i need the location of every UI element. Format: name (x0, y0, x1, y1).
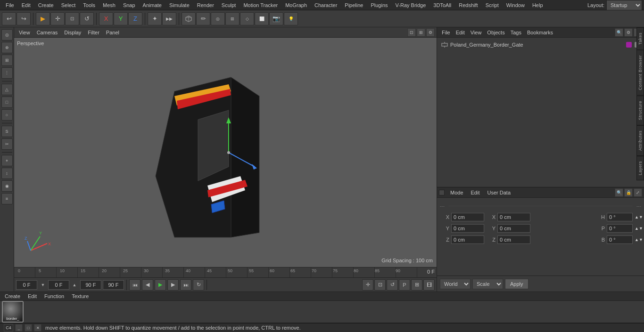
om-tags-btn[interactable]: Tags (508, 29, 524, 36)
timeline[interactable]: 0 5 10 15 20 25 30 35 40 45 50 55 60 65 … (14, 267, 437, 277)
attr-x-input[interactable] (451, 213, 484, 221)
apply-button[interactable]: Apply (505, 279, 528, 289)
vp-view-menu[interactable]: View (16, 29, 33, 36)
tab-structure[interactable]: Structure (636, 96, 644, 125)
deform-button[interactable]: ◇ (240, 12, 254, 25)
menu-vray[interactable]: V-Ray Bridge (392, 1, 430, 9)
left-tool-2[interactable]: ○ (1, 109, 13, 121)
tab-attributes[interactable]: Attributes (636, 125, 644, 156)
axis-z-button[interactable]: Z (128, 12, 142, 25)
attr-b-spin[interactable]: ▲▼ (635, 237, 641, 242)
menu-redshift[interactable]: Redshift (455, 1, 481, 9)
menu-help[interactable]: Help (528, 1, 547, 9)
menu-script[interactable]: Script (482, 1, 503, 9)
render-pb-button[interactable]: 🎞 (423, 279, 435, 291)
vp-filter-menu[interactable]: Filter (85, 29, 102, 36)
light-button[interactable]: 💡 (284, 12, 298, 25)
mat-function-btn[interactable]: Function (41, 293, 67, 300)
step-back-button[interactable]: ◀ (142, 279, 153, 291)
axis-y-button[interactable]: Y (114, 12, 128, 25)
scale-pb-button[interactable]: ⊡ (374, 279, 386, 291)
menu-mesh[interactable]: Mesh (99, 1, 119, 9)
frame-end-input[interactable] (80, 280, 101, 290)
tab-content-browser[interactable]: Content Browser (636, 50, 644, 96)
vp-display-menu[interactable]: Display (61, 29, 84, 36)
left-mode-1[interactable]: ⊕ (1, 42, 13, 53)
new-object-button[interactable]: ✦ (148, 12, 162, 25)
rotate-pb-button[interactable]: ↺ (387, 279, 398, 291)
material-swatch-border[interactable]: border_ (2, 301, 24, 323)
menu-character[interactable]: Character (311, 1, 341, 9)
world-dropdown[interactable]: World (440, 279, 471, 289)
menu-render[interactable]: Render (193, 1, 218, 9)
status-cinema4d-logo[interactable]: C4 (4, 324, 13, 332)
jump-start-button[interactable]: ⏮ (129, 279, 140, 291)
spline-button[interactable]: ◎ (211, 12, 225, 25)
redo-button[interactable]: ↪ (17, 12, 31, 25)
left-tool-8[interactable]: ≡ (1, 193, 13, 204)
status-minimize-btn[interactable]: _ (15, 324, 23, 332)
om-bookmarks-btn[interactable]: Bookmarks (524, 29, 556, 36)
menu-motion-tracker[interactable]: Motion Tracker (239, 1, 281, 9)
attr-edit-btn[interactable]: Edit (468, 189, 483, 196)
om-item-border-gate[interactable]: Poland_Germany_Border_Gate (439, 40, 642, 50)
left-tool-1[interactable]: □ (1, 97, 13, 108)
loop-button[interactable]: ↻ (193, 279, 204, 291)
pen-button[interactable]: ✏ (196, 12, 210, 25)
frame-start-input[interactable] (16, 280, 37, 290)
status-maximize-btn[interactable]: □ (25, 324, 32, 332)
menu-create[interactable]: Create (34, 1, 58, 9)
undo-button[interactable]: ↩ (2, 12, 16, 25)
spin-down-start[interactable]: ▼ (39, 281, 47, 289)
viewport-3d[interactable]: Perspective (14, 38, 437, 267)
menu-sculpt[interactable]: Sculpt (218, 1, 240, 9)
left-tool-4[interactable]: ✂ (1, 138, 13, 150)
om-search-icon[interactable]: 🔍 (615, 28, 623, 37)
play-button[interactable]: ▶ (155, 279, 166, 291)
attr-mode-btn[interactable]: Mode (447, 189, 466, 196)
spin-up-current[interactable]: ▲ (70, 281, 79, 289)
attr-z2-input[interactable] (497, 235, 530, 244)
camera-button[interactable]: 📷 (269, 12, 283, 25)
left-mode-3[interactable]: ⋮ (1, 67, 13, 79)
attr-search-icon[interactable]: 🔍 (615, 188, 623, 197)
menu-tools[interactable]: Tools (79, 1, 99, 9)
attr-expand-icon[interactable]: ⤢ (634, 188, 642, 197)
select-tool-button[interactable]: ▶ (36, 12, 50, 25)
attr-z-input[interactable] (451, 235, 484, 244)
rotate-tool-button[interactable]: ↺ (80, 12, 94, 25)
attr-y-input[interactable] (451, 224, 484, 233)
vp-icon-settings[interactable]: ⚙ (426, 28, 435, 37)
pin-pb-button[interactable]: P (399, 279, 410, 291)
left-mode-0[interactable]: ◎ (1, 29, 13, 40)
attr-x2-input[interactable] (497, 213, 530, 221)
menu-window[interactable]: Window (503, 1, 528, 9)
left-tool-5[interactable]: ⌖ (1, 155, 13, 166)
frame-current-input[interactable] (48, 280, 69, 290)
cube-button[interactable] (182, 12, 196, 25)
axis-x-button[interactable]: X (99, 12, 113, 25)
vp-icon-grid[interactable]: ⊞ (417, 28, 425, 37)
tab-layers[interactable]: Layers (636, 156, 644, 180)
vp-icon-maximize[interactable]: ⊡ (407, 28, 416, 37)
left-tool-3[interactable]: S (1, 126, 13, 137)
timeline-bar[interactable]: 0 5 10 15 20 25 30 35 40 45 50 55 60 65 … (14, 267, 437, 277)
menu-pipeline[interactable]: Pipeline (341, 1, 367, 9)
menu-mograph[interactable]: MoGraph (281, 1, 311, 9)
vp-panel-menu[interactable]: Panel (103, 29, 122, 36)
attr-p-spin[interactable]: ▲▼ (635, 226, 641, 231)
status-close-btn[interactable]: ✕ (34, 324, 41, 332)
attr-h-spin[interactable]: ▲▼ (635, 215, 641, 219)
om-file-btn[interactable]: File (439, 29, 453, 36)
left-tool-7[interactable]: ◉ (1, 180, 13, 192)
menu-plugins[interactable]: Plugins (367, 1, 391, 9)
attr-b-input[interactable] (607, 235, 633, 244)
jump-end-button[interactable]: ⏭ (180, 279, 191, 291)
left-mode-2[interactable]: ⊞ (1, 55, 13, 66)
mat-texture-btn[interactable]: Texture (69, 293, 91, 300)
frame-end2-input[interactable] (103, 280, 124, 290)
vp-cameras-menu[interactable]: Cameras (34, 29, 61, 36)
om-objects-btn[interactable]: Objects (484, 29, 507, 36)
tab-takes[interactable]: Takes (636, 27, 644, 50)
array-button[interactable]: ⊞ (225, 12, 239, 25)
